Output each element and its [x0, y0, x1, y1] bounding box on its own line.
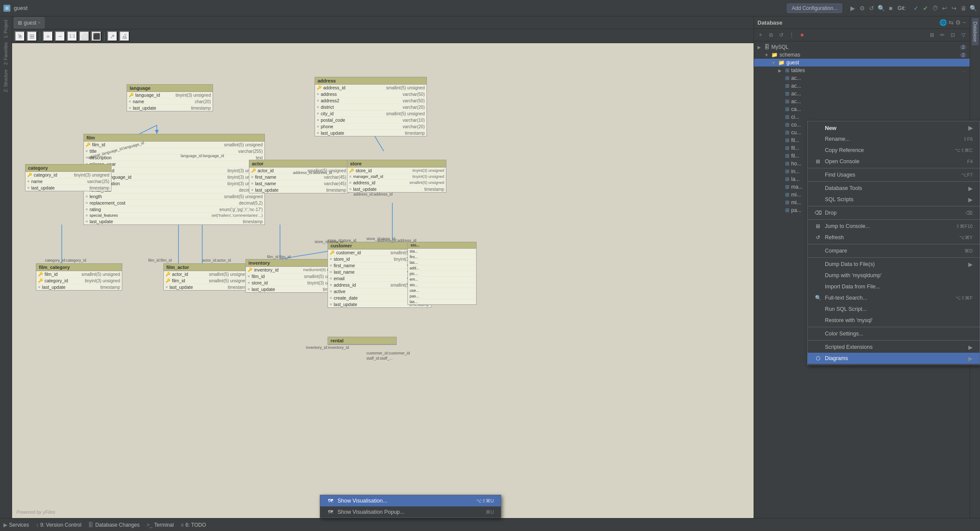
git-check-icon[interactable]: ✓	[913, 5, 920, 12]
panel-table-icon[interactable]: ⊞	[927, 30, 937, 40]
refresh-shortcut: ⌥⌘Y	[959, 235, 973, 240]
add-config-button[interactable]: Add Configuration...	[787, 3, 842, 13]
select-tool-button[interactable]: 🖱	[15, 31, 25, 41]
import-file-icon	[815, 283, 821, 290]
bottom-terminal[interactable]: >_ Terminal	[146, 522, 174, 528]
search2-icon[interactable]: 🔍	[878, 5, 885, 12]
table-row: ≡last_updatetimestamp	[36, 284, 122, 290]
favorites-tab[interactable]: 2: Favorites	[3, 41, 9, 66]
print-button[interactable]: 🖨	[119, 31, 130, 41]
panel-more-button[interactable]: ⋮	[787, 30, 796, 40]
project-tab[interactable]: 1: Project	[3, 18, 9, 40]
bottom-todo[interactable]: ≡ 6: TODO	[181, 522, 206, 528]
zoom-out-button[interactable]: −	[55, 31, 65, 41]
menu-item-color-settings[interactable]: Color Settings...	[808, 328, 980, 339]
context-menu: New ▶ Rename... ⇧F6 Copy Reference ⌥⇧⌘C …	[807, 121, 980, 365]
sub-menu-show-vis-popup[interactable]: 🗺 Show Visualisation Popup... ⌘U	[320, 506, 501, 518]
run-icon[interactable]: ▶	[849, 5, 856, 12]
menu-item-refresh[interactable]: ↺ Refresh ⌥⌘Y	[808, 232, 980, 243]
tab-close-button[interactable]: ×	[38, 20, 41, 25]
tree-item-schemas[interactable]: ▼ 📁 schemas 2	[754, 51, 970, 59]
tree-item-tables[interactable]: ▶ ⊞ tables ...	[754, 66, 970, 74]
menu-full-text-label: Full-text Search...	[825, 295, 867, 301]
tree-item-ac4[interactable]: ⊞ ac...	[754, 98, 970, 105]
structure-tab[interactable]: Z: Structure	[3, 68, 9, 94]
panel-refresh-button[interactable]: ↺	[776, 30, 786, 40]
tree-item-ac3[interactable]: ⊞ ac...	[754, 90, 970, 98]
panel-stop-button[interactable]: ■	[797, 30, 807, 40]
git-search-icon[interactable]: 🔍	[970, 5, 977, 12]
tree-item-mysql[interactable]: ▶ 🗄 MySQL 2	[754, 43, 970, 51]
fit-button[interactable]: ⬜	[79, 31, 89, 41]
bottom-version-control[interactable]: ↕ 9: Version Control	[36, 522, 81, 528]
stop-icon[interactable]: ■	[887, 5, 894, 12]
menu-item-dump-file[interactable]: Dump Data to File(s) ▶	[808, 259, 980, 270]
sub-menu-show-vis[interactable]: 🗺 Show Visualisation... ⌥⇧⌘U	[320, 495, 501, 506]
menu-item-drop[interactable]: ⌫ Drop ⌫	[808, 207, 980, 218]
git-redo-icon[interactable]: ↪	[951, 5, 958, 12]
git-history-icon[interactable]: ⏱	[932, 5, 939, 12]
panel-add-button[interactable]: +	[756, 30, 765, 40]
menu-item-import-file[interactable]: Import Data from File...	[808, 281, 980, 292]
tree-item-ci[interactable]: ⊞ ci...	[754, 113, 970, 121]
menu-item-sql-scripts[interactable]: SQL Scripts ▶	[808, 194, 980, 205]
zoom-in-button[interactable]: +	[43, 31, 53, 41]
menu-item-compare[interactable]: Compare ⌘D	[808, 245, 980, 256]
panel-settings-icon[interactable]: ⚙	[955, 19, 961, 26]
menu-item-run-sql[interactable]: Run SQL Script...	[808, 303, 980, 315]
table-ac1-icon: ⊞	[785, 75, 789, 81]
dump-file-icon	[815, 261, 821, 268]
full-text-icon: 🔍	[815, 294, 821, 301]
panel-copy-button[interactable]: ⧉	[766, 30, 776, 40]
menu-item-scripted-ext[interactable]: Scripted Extensions ▶	[808, 341, 980, 353]
build-icon[interactable]: ⚙	[859, 5, 865, 12]
panel-globe-icon[interactable]: 🌐	[939, 19, 947, 26]
menu-item-full-text[interactable]: 🔍 Full-text Search... ⌥⇧⌘F	[808, 292, 980, 303]
menu-item-open-console[interactable]: ⊞ Open Console F4	[808, 156, 980, 167]
jump-console-shortcut: ⇧⌘F10	[956, 224, 973, 229]
table-ca-icon: ⊞	[785, 106, 789, 112]
zoom-tool-button[interactable]: ⬛	[91, 31, 102, 41]
table-row: ≡last_updatetimestamp	[249, 187, 348, 193]
menu-item-diagrams[interactable]: ⬡ Diagrams ▶	[808, 353, 980, 364]
menu-item-dump-mysql[interactable]: Dump with 'mysqldump'	[808, 270, 980, 281]
menu-item-copy-ref[interactable]: Copy Reference ⌥⇧⌘C	[808, 145, 980, 156]
git-undo-icon[interactable]: ↩	[941, 5, 948, 12]
menu-item-jump-console[interactable]: ⊞ Jump to Console... ⇧⌘F10	[808, 221, 980, 232]
menu-item-db-tools[interactable]: Database Tools ▶	[808, 183, 980, 194]
tab-guest[interactable]: ⊞ guest ×	[14, 17, 45, 28]
drop-shortcut: ⌫	[966, 210, 973, 216]
menu-item-rename[interactable]: Rename... ⇧F6	[808, 133, 980, 145]
tree-item-ca[interactable]: ⊞ ca...	[754, 105, 970, 113]
color-settings-icon	[815, 330, 821, 337]
database-strip-label[interactable]: Database	[972, 18, 979, 45]
fk-label-10: address_id:address_id	[353, 192, 393, 196]
tree-item-guest[interactable]: ▼ 📁 guest	[754, 59, 970, 66]
panel-console-icon[interactable]: ⊡	[948, 30, 958, 40]
mysql-icon: 🗄	[764, 44, 770, 50]
reload-icon[interactable]: ↺	[868, 5, 875, 12]
tree-item-ac2[interactable]: ⊞ ac...	[754, 82, 970, 90]
actual-size-button[interactable]: 1:1	[67, 31, 77, 41]
menu-item-restore-mysql[interactable]: Restore with 'mysql'	[808, 315, 980, 326]
grid-tool-button[interactable]: ⊞	[27, 31, 37, 41]
panel-minimize-icon[interactable]: −	[963, 19, 966, 26]
panel-split-icon[interactable]: ⇆	[948, 19, 954, 26]
expand-button[interactable]: ↗	[107, 31, 118, 41]
menu-separator-3	[808, 206, 980, 206]
menu-item-new[interactable]: New ▶	[808, 122, 980, 133]
panel-filter-icon[interactable]: ▽	[958, 30, 968, 40]
bottom-services[interactable]: ▶ Services	[3, 522, 29, 528]
tree-item-ac1[interactable]: ⊞ ac...	[754, 74, 970, 82]
menu-item-find-usages[interactable]: Find Usages ⌥F7	[808, 169, 980, 180]
git-monitor-icon[interactable]: 🖥	[960, 5, 967, 12]
restore-mysql-icon	[815, 317, 821, 324]
menu-find-usages-label: Find Usages	[825, 172, 855, 178]
diagram-canvas[interactable]: language 🔑language_idtinyint(3) unsigned…	[12, 43, 754, 518]
panel-edit-icon[interactable]: ✏	[938, 30, 947, 40]
table-store-partial: sto... sta... firs... las... add... pic.…	[407, 242, 477, 305]
git-tick-icon[interactable]: ✔	[922, 5, 929, 12]
menu-separator-8	[808, 340, 980, 341]
guest-icon: 📁	[778, 60, 785, 66]
bottom-db-changes[interactable]: 🗄 Database Changes	[88, 522, 140, 528]
